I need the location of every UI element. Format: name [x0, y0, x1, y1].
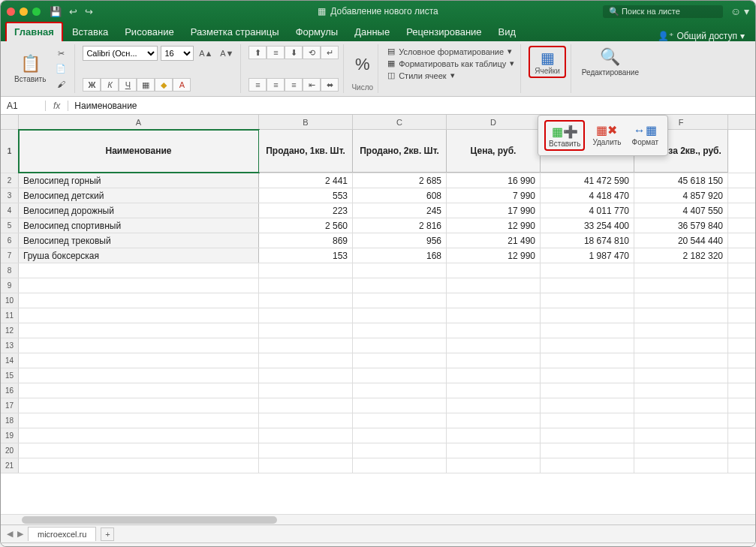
tab-page-layout[interactable]: Разметка страницы	[183, 23, 287, 41]
cell-C15[interactable]	[353, 368, 447, 383]
cell-F21[interactable]	[634, 458, 728, 473]
cell-A9[interactable]	[19, 278, 259, 293]
align-center-icon[interactable]: ≡	[267, 78, 285, 92]
cell-E21[interactable]	[541, 458, 634, 473]
cell-F19[interactable]	[634, 428, 728, 443]
cell-D13[interactable]	[447, 338, 541, 353]
cell-E4[interactable]: 4 011 770	[541, 203, 634, 218]
cell-F14[interactable]	[634, 353, 728, 368]
cell-E20[interactable]	[541, 443, 634, 458]
cell-F13[interactable]	[634, 338, 728, 353]
cell-A17[interactable]	[19, 398, 259, 413]
cell-B21[interactable]	[259, 458, 353, 473]
cell-C3[interactable]: 608	[353, 188, 447, 203]
cell-E15[interactable]	[541, 368, 634, 383]
cell-D18[interactable]	[447, 413, 541, 428]
cell-F6[interactable]: 20 544 440	[634, 233, 728, 248]
cell-E14[interactable]	[541, 353, 634, 368]
cell-C8[interactable]	[353, 263, 447, 278]
cell-E5[interactable]: 33 254 400	[541, 218, 634, 233]
cell-A13[interactable]	[19, 338, 259, 353]
cell-A15[interactable]	[19, 368, 259, 383]
cell-C21[interactable]	[353, 458, 447, 473]
search-input[interactable]: 🔍 Поиск на листе	[603, 5, 723, 18]
row-header-4[interactable]: 4	[1, 203, 19, 218]
cut-icon[interactable]: ✂	[52, 47, 70, 61]
tab-review[interactable]: Рецензирование	[399, 23, 489, 41]
cell-B16[interactable]	[259, 383, 353, 398]
cell-E13[interactable]	[541, 338, 634, 353]
cell-C9[interactable]	[353, 278, 447, 293]
cell-C1[interactable]: Продано, 2кв. Шт.	[353, 130, 447, 173]
row-header-13[interactable]: 13	[1, 338, 19, 353]
cell-F2[interactable]: 45 618 150	[634, 173, 728, 188]
cell-E2[interactable]: 41 472 590	[541, 173, 634, 188]
add-sheet-button[interactable]: +	[101, 527, 114, 541]
cell-B5[interactable]: 2 560	[259, 218, 353, 233]
sheet-nav-prev[interactable]: ◀	[7, 529, 13, 539]
merge-icon[interactable]: ⬌	[321, 78, 339, 92]
cell-F7[interactable]: 2 182 320	[634, 248, 728, 263]
row-header-10[interactable]: 10	[1, 293, 19, 308]
popup-delete-button[interactable]: ▦✖ Удалить	[589, 120, 624, 151]
cell-F4[interactable]: 4 407 550	[634, 203, 728, 218]
cell-B3[interactable]: 553	[259, 188, 353, 203]
col-header-D[interactable]: D	[447, 115, 541, 129]
row-header-11[interactable]: 11	[1, 308, 19, 323]
paste-button[interactable]: 📋 Вставить	[11, 53, 49, 85]
cell-D15[interactable]	[447, 368, 541, 383]
cell-C6[interactable]: 956	[353, 233, 447, 248]
row-header-12[interactable]: 12	[1, 323, 19, 338]
format-as-table-button[interactable]: ▦Форматировать как таблицу ▾	[386, 58, 516, 69]
tab-insert[interactable]: Вставка	[65, 23, 116, 41]
row-header-6[interactable]: 6	[1, 233, 19, 248]
cell-F16[interactable]	[634, 383, 728, 398]
cell-E9[interactable]	[541, 278, 634, 293]
font-name-select[interactable]: Calibri (Осн...	[83, 46, 158, 61]
cell-A20[interactable]	[19, 443, 259, 458]
align-left-icon[interactable]: ≡	[248, 78, 267, 92]
cell-A10[interactable]	[19, 293, 259, 308]
bold-button[interactable]: Ж	[83, 78, 101, 92]
cell-F5[interactable]: 36 579 840	[634, 218, 728, 233]
save-icon[interactable]: 💾	[50, 6, 62, 17]
cell-D16[interactable]	[447, 383, 541, 398]
row-header-18[interactable]: 18	[1, 413, 19, 428]
horizontal-scrollbar[interactable]	[1, 514, 755, 524]
cell-D6[interactable]: 21 490	[447, 233, 541, 248]
cell-B12[interactable]	[259, 323, 353, 338]
cell-C7[interactable]: 168	[353, 248, 447, 263]
cell-F3[interactable]: 4 857 920	[634, 188, 728, 203]
wrap-text-icon[interactable]: ↵	[321, 46, 339, 59]
maximize-window[interactable]	[32, 8, 41, 16]
cell-B2[interactable]: 2 441	[259, 173, 353, 188]
row-header-7[interactable]: 7	[1, 248, 19, 263]
tab-view[interactable]: Вид	[491, 23, 524, 41]
popup-insert-button[interactable]: ▦➕ Вставить	[544, 120, 585, 151]
cell-B9[interactable]	[259, 278, 353, 293]
cell-E19[interactable]	[541, 428, 634, 443]
cell-D8[interactable]	[447, 263, 541, 278]
row-header-5[interactable]: 5	[1, 218, 19, 233]
cell-A21[interactable]	[19, 458, 259, 473]
number-format-button[interactable]: %	[352, 53, 373, 76]
align-right-icon[interactable]: ≡	[285, 78, 303, 92]
cell-B1[interactable]: Продано, 1кв. Шт.	[259, 130, 353, 173]
cell-C17[interactable]	[353, 398, 447, 413]
cell-A11[interactable]	[19, 308, 259, 323]
row-header-15[interactable]: 15	[1, 368, 19, 383]
row-header-2[interactable]: 2	[1, 173, 19, 188]
col-header-A[interactable]: A	[19, 115, 259, 129]
decrease-font-icon[interactable]: A▼	[218, 47, 236, 60]
cell-D3[interactable]: 7 990	[447, 188, 541, 203]
row-header-8[interactable]: 8	[1, 263, 19, 278]
cell-C14[interactable]	[353, 353, 447, 368]
minimize-window[interactable]	[20, 8, 28, 16]
cells-button[interactable]: ▦ Ячейки	[529, 46, 566, 78]
cell-E10[interactable]	[541, 293, 634, 308]
cell-A16[interactable]	[19, 383, 259, 398]
cell-D21[interactable]	[447, 458, 541, 473]
select-all-corner[interactable]	[1, 115, 19, 129]
scrollbar-thumb[interactable]	[22, 516, 277, 524]
align-bottom-icon[interactable]: ⬇	[285, 46, 303, 59]
